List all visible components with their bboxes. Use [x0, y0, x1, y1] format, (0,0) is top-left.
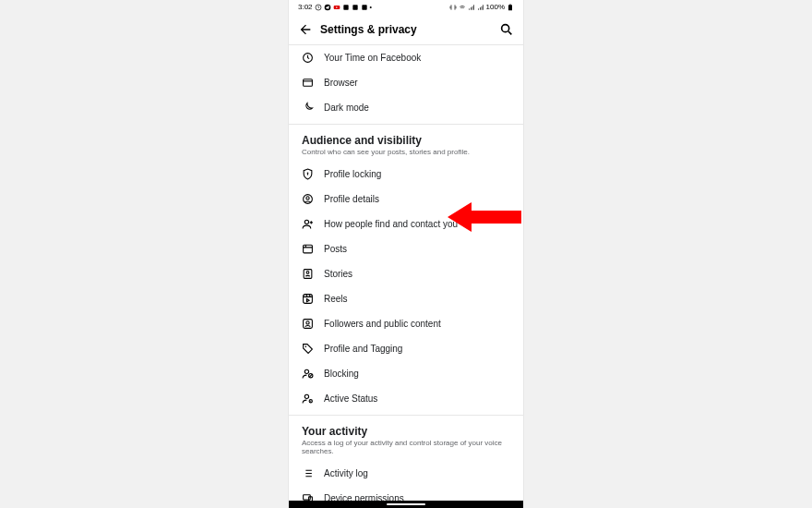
appbar: Settings & privacy — [289, 14, 523, 45]
svg-point-13 — [306, 197, 309, 200]
svg-rect-6 — [508, 5, 512, 10]
list-icon — [302, 467, 314, 479]
row-profile-locking[interactable]: Profile locking — [289, 162, 523, 187]
row-active-status[interactable]: Active Status — [289, 386, 523, 411]
row-reels[interactable]: Reels — [289, 286, 523, 311]
row-label: Stories — [324, 269, 352, 279]
row-tagging[interactable]: Profile and Tagging — [289, 336, 523, 361]
clock-icon — [315, 4, 322, 11]
row-find-contact[interactable]: How people find and contact you — [289, 212, 523, 236]
svg-rect-3 — [343, 5, 348, 9]
clock-icon — [302, 52, 314, 64]
section-head: Audience and visibility Control who can … — [289, 134, 523, 162]
row-label: Reels — [324, 294, 348, 304]
shield-icon — [302, 168, 314, 180]
followers-icon — [302, 318, 314, 330]
wifi-icon — [459, 4, 466, 11]
svg-rect-10 — [304, 79, 313, 87]
signal-icon — [477, 4, 484, 11]
row-followers[interactable]: Followers and public content — [289, 311, 523, 336]
row-label: Activity log — [324, 468, 368, 478]
telegram-icon — [324, 4, 331, 11]
row-label: Browser — [324, 78, 358, 88]
signal-icon — [468, 4, 475, 11]
block-icon — [302, 368, 314, 380]
person-circle-icon — [302, 193, 314, 205]
row-profile-details[interactable]: Profile details — [289, 187, 523, 212]
row-label: Profile details — [324, 194, 379, 204]
svg-rect-5 — [362, 5, 366, 9]
statusbar: 3:02 • 100% — [289, 0, 523, 14]
svg-point-21 — [305, 346, 307, 348]
row-dark-mode[interactable]: Dark mode — [289, 95, 523, 120]
section-title: Audience and visibility — [302, 134, 510, 147]
tag-icon — [302, 343, 314, 355]
app-icon — [342, 4, 350, 11]
svg-rect-7 — [509, 4, 511, 5]
svg-point-14 — [304, 220, 308, 224]
svg-point-8 — [502, 24, 509, 31]
svg-point-17 — [306, 272, 309, 274]
svg-rect-18 — [304, 295, 313, 304]
row-posts[interactable]: Posts — [289, 236, 523, 261]
active-status-icon — [302, 393, 314, 405]
stories-icon — [302, 268, 314, 280]
app-icon — [361, 4, 368, 11]
reels-icon — [302, 293, 314, 305]
person-plus-icon — [302, 218, 314, 230]
section-title: Your activity — [302, 425, 510, 438]
row-label: Active Status — [324, 393, 377, 404]
row-blocking[interactable]: Blocking — [289, 361, 523, 386]
svg-rect-4 — [352, 5, 357, 9]
row-label: Posts — [324, 244, 347, 254]
page-title: Settings & privacy — [320, 23, 499, 36]
row-label: Dark mode — [324, 103, 369, 113]
battery-text: 100% — [486, 3, 505, 11]
phone-frame: 3:02 • 100% Settings & privacy — [289, 0, 523, 508]
section-activity: Your activity Access a log of your activ… — [289, 415, 523, 508]
posts-icon — [302, 243, 314, 255]
svg-point-22 — [304, 369, 308, 373]
row-activity-log[interactable]: Activity log — [289, 461, 523, 486]
svg-point-20 — [306, 321, 309, 324]
search-icon[interactable] — [499, 22, 514, 37]
browser-icon — [302, 77, 314, 89]
row-label: Your Time on Facebook — [324, 53, 421, 63]
vibrate-icon — [449, 4, 457, 11]
row-your-time[interactable]: Your Time on Facebook — [289, 45, 523, 70]
row-label: Followers and public content — [324, 319, 441, 329]
svg-rect-15 — [304, 245, 313, 253]
youtube-icon — [333, 4, 340, 11]
statusbar-time: 3:02 — [298, 3, 313, 11]
svg-point-26 — [310, 401, 311, 402]
row-label: How people find and contact you — [324, 219, 458, 229]
more-icon: • — [370, 4, 372, 10]
section-sub: Access a log of your activity and contro… — [302, 439, 510, 455]
moon-icon — [302, 102, 314, 114]
app-icon — [352, 4, 359, 11]
row-browser[interactable]: Browser — [289, 70, 523, 95]
section-sub: Control who can see your posts, stories … — [302, 148, 510, 156]
svg-point-24 — [304, 394, 308, 398]
row-label: Blocking — [324, 369, 359, 379]
section-head: Your activity Access a log of your activ… — [289, 425, 523, 461]
row-stories[interactable]: Stories — [289, 261, 523, 286]
statusbar-left: 3:02 • — [298, 3, 372, 11]
home-indicator — [387, 503, 425, 505]
statusbar-right: 100% — [449, 3, 514, 11]
battery-icon — [507, 4, 514, 11]
row-label: Profile locking — [324, 169, 381, 179]
row-label: Profile and Tagging — [324, 344, 402, 354]
back-icon[interactable] — [298, 22, 313, 37]
section-audience: Audience and visibility Control who can … — [289, 124, 523, 411]
nav-bar — [289, 501, 523, 508]
content[interactable]: Your Time on Facebook Browser Dark mode … — [289, 45, 523, 508]
